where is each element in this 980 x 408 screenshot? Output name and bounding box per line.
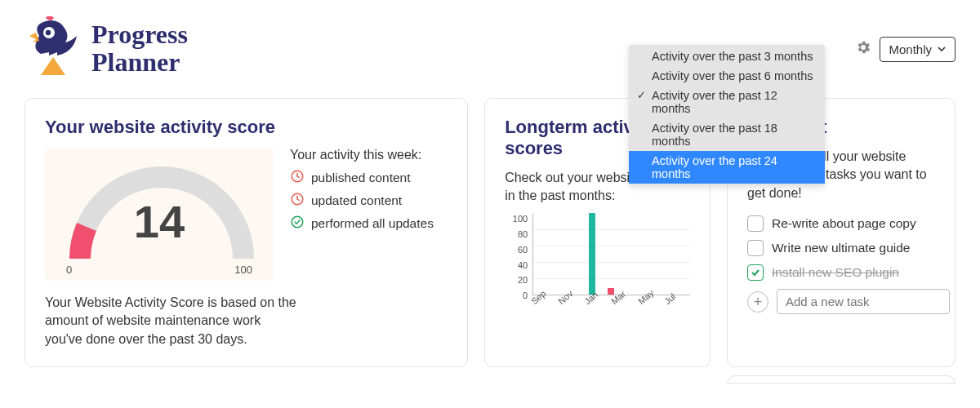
chart-ytick: 80 <box>505 229 528 239</box>
activity-item: performed all updates <box>290 215 448 233</box>
todo-checkbox[interactable] <box>747 215 764 232</box>
gauge: 14 0 100 <box>45 148 274 281</box>
longterm-chart: 100806040200 SepNovJanMarMayJul <box>505 214 690 320</box>
svg-point-1 <box>46 30 51 35</box>
chart-ytick: 60 <box>505 245 528 255</box>
activity-week-title: Your activity this week: <box>290 148 448 162</box>
range-option[interactable]: Activity over the past 6 months <box>629 66 825 86</box>
frequency-label: Monthly <box>889 42 932 56</box>
activity-item: published content <box>290 169 448 187</box>
todo-item-label: Install new SEO plugin <box>772 265 899 280</box>
logo-line1: Progress <box>91 21 188 49</box>
frequency-select[interactable]: Monthly <box>880 37 956 62</box>
activity-score-title: Your website activity score <box>45 117 448 138</box>
range-option[interactable]: Activity over the past 12 months <box>629 86 825 118</box>
range-option[interactable]: Activity over the past 3 months <box>629 47 825 66</box>
activity-item-label: performed all updates <box>311 216 434 231</box>
range-option[interactable]: Activity over the past 18 months <box>629 118 825 151</box>
activity-score-desc: Your Website Activity Score is based on … <box>45 294 298 348</box>
logo-line2: Planner <box>91 49 188 77</box>
gauge-max: 100 <box>234 264 252 276</box>
chart-ytick: 100 <box>505 214 528 224</box>
chart-bar <box>608 288 614 295</box>
chart-bar <box>589 213 595 295</box>
activity-item: updated content <box>290 192 448 210</box>
todo-item: Write new ultimate guide <box>747 240 935 256</box>
next-card-peek <box>727 375 956 384</box>
gauge-min: 0 <box>66 264 72 276</box>
chevron-down-icon <box>937 44 947 54</box>
logo: Progress Planner <box>24 16 188 82</box>
gear-icon[interactable] <box>855 39 871 59</box>
activity-score-card: Your website activity score 14 0 100 You… <box>24 98 468 367</box>
progress-planner-mascot-icon <box>24 16 82 82</box>
chart-ytick: 20 <box>505 275 528 285</box>
add-task-button[interactable]: + <box>747 291 768 313</box>
svg-point-4 <box>292 216 303 228</box>
activity-item-label: published content <box>311 171 411 185</box>
todo-checkbox[interactable] <box>747 264 764 281</box>
range-option[interactable]: Activity over the past 24 months <box>629 151 825 184</box>
chart-ytick: 0 <box>505 290 528 300</box>
todo-item-label: Re-write about page copy <box>772 216 916 231</box>
chart-ytick: 40 <box>505 260 528 270</box>
activity-item-label: updated content <box>311 193 402 208</box>
todo-item: Install new SEO plugin <box>747 264 935 281</box>
todo-item-label: Write new ultimate guide <box>772 241 910 255</box>
range-dropdown[interactable]: Activity over the past 3 monthsActivity … <box>629 45 825 185</box>
check-circle-icon <box>290 215 305 233</box>
todo-checkbox[interactable] <box>747 240 764 256</box>
clock-icon <box>290 192 305 210</box>
gauge-value: 14 <box>45 195 274 248</box>
add-task-input[interactable] <box>777 289 950 314</box>
todo-item: Re-write about page copy <box>747 215 935 232</box>
clock-icon <box>290 169 305 187</box>
